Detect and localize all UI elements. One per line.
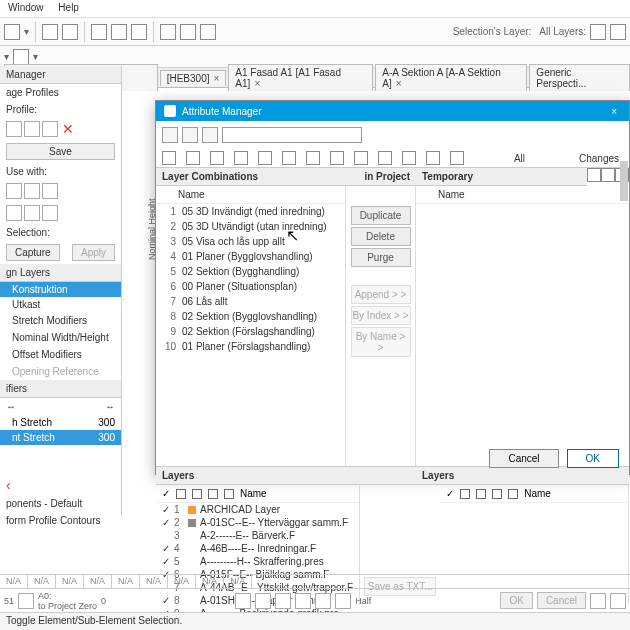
tool-icon[interactable]: [160, 24, 176, 40]
attr-icon[interactable]: [186, 151, 200, 165]
usewith-icon[interactable]: [24, 183, 40, 199]
attr-icon[interactable]: [234, 151, 248, 165]
layer-combination-row[interactable]: 802 Sektion (Bygglovshandling): [156, 309, 345, 324]
view-mode-icon[interactable]: [182, 127, 198, 143]
close-icon[interactable]: ✕: [62, 121, 74, 137]
eye-icon[interactable]: [460, 489, 470, 499]
search-input[interactable]: [222, 127, 362, 143]
close-icon[interactable]: ×: [607, 106, 621, 117]
attr-icon[interactable]: [306, 151, 320, 165]
layer-row[interactable]: 3A-2------E-- Bärverk.F: [156, 529, 359, 542]
tool-icon[interactable]: [180, 24, 196, 40]
tool-icon[interactable]: [275, 593, 291, 609]
tool-icon[interactable]: [18, 593, 34, 609]
attr-icon[interactable]: [378, 151, 392, 165]
tool-icon[interactable]: [235, 593, 251, 609]
purge-button[interactable]: Purge: [351, 248, 411, 267]
layer-row[interactable]: ✓1ARCHICAD Layer: [156, 503, 359, 516]
close-icon[interactable]: ×: [396, 78, 402, 89]
layer-combination-row[interactable]: 1001 Planer (Förslagshandling): [156, 339, 345, 354]
view-mode-icon[interactable]: [202, 127, 218, 143]
tab-view[interactable]: [HEB300]×: [160, 70, 227, 86]
capture-button[interactable]: Capture: [6, 244, 60, 261]
column-header-name[interactable]: Name: [524, 488, 551, 499]
print-icon[interactable]: [224, 489, 234, 499]
tab-view[interactable]: Generic Perspecti...: [529, 64, 630, 91]
column-header-name[interactable]: Name: [416, 186, 629, 204]
layer-combination-row[interactable]: 902 Sektion (Förslagshandling): [156, 324, 345, 339]
stretch-row-selected[interactable]: nt Stretch300: [0, 430, 121, 445]
layer-combination-row[interactable]: 105 3D Invändigt (med inredning): [156, 204, 345, 219]
view-mode-icon[interactable]: [162, 127, 178, 143]
usewith-icon[interactable]: [24, 205, 40, 221]
tree-item[interactable]: Nominal Width/Height: [0, 329, 121, 346]
layer-row[interactable]: ✓5A---------H-- Skraffering.pres: [156, 555, 359, 568]
tool-icon[interactable]: [42, 24, 58, 40]
delete-button[interactable]: Delete: [351, 227, 411, 246]
tab-view[interactable]: A1 Fasad A1 [A1 Fasad A1]×: [228, 64, 373, 91]
stretch-row[interactable]: h Stretch300: [0, 415, 121, 430]
attr-icon[interactable]: [402, 151, 416, 165]
lock-icon[interactable]: [192, 489, 202, 499]
ok-button[interactable]: OK: [567, 449, 619, 468]
tool-icon[interactable]: [200, 24, 216, 40]
layer-item[interactable]: Utkast: [0, 297, 121, 312]
tool-icon[interactable]: [335, 593, 351, 609]
usewith-icon[interactable]: [6, 183, 22, 199]
tool-icon[interactable]: [62, 24, 78, 40]
duplicate-button[interactable]: Duplicate: [351, 206, 411, 225]
scrollbar[interactable]: [620, 161, 628, 201]
column-header-name[interactable]: Name: [156, 186, 345, 204]
print-icon[interactable]: [508, 489, 518, 499]
layer-row[interactable]: ✓2A-01SC--E-- Ytterväggar samm.F: [156, 516, 359, 529]
cancel-button[interactable]: Cancel: [489, 449, 558, 468]
layer-combination-row[interactable]: 600 Planer (Situationsplan): [156, 279, 345, 294]
attr-icon[interactable]: [162, 151, 176, 165]
save-button[interactable]: Save: [6, 143, 115, 160]
tool-icon[interactable]: [131, 24, 147, 40]
usewith-icon[interactable]: [42, 205, 58, 221]
filter-changes[interactable]: Changes: [579, 153, 619, 164]
btn-icon[interactable]: [587, 168, 601, 182]
layer-combination-row[interactable]: 401 Planer (Bygglovshandling): [156, 249, 345, 264]
profile-icon[interactable]: [42, 121, 58, 137]
wire-icon[interactable]: [492, 489, 502, 499]
layer-item-selected[interactable]: Konstruktion: [0, 282, 121, 297]
attr-icon[interactable]: [330, 151, 344, 165]
tab-view[interactable]: A-A Sektion A [A-A Sektion A]×: [375, 64, 527, 91]
profile-icon[interactable]: [24, 121, 40, 137]
layer-combination-row[interactable]: 706 Lås allt: [156, 294, 345, 309]
close-icon[interactable]: ×: [254, 78, 260, 89]
attr-icon[interactable]: [282, 151, 296, 165]
layer-combination-row[interactable]: 502 Sektion (Bygghandling): [156, 264, 345, 279]
menu-help[interactable]: Help: [58, 2, 79, 13]
filter-all[interactable]: All: [514, 153, 525, 164]
tree-item[interactable]: Offset Modifiers: [0, 346, 121, 363]
tool-icon[interactable]: [590, 593, 606, 609]
wire-icon[interactable]: [208, 489, 218, 499]
tool-icon[interactable]: [255, 593, 271, 609]
tool-icon[interactable]: [295, 593, 311, 609]
profile-icon[interactable]: [6, 121, 22, 137]
tool-icon[interactable]: [610, 593, 626, 609]
close-icon[interactable]: ×: [214, 73, 220, 84]
tool-icon[interactable]: [91, 24, 107, 40]
attr-icon[interactable]: [450, 151, 464, 165]
attr-icon[interactable]: [210, 151, 224, 165]
tool-icon[interactable]: [111, 24, 127, 40]
attr-icon[interactable]: [354, 151, 368, 165]
btn-icon[interactable]: [601, 168, 615, 182]
column-header-name[interactable]: Name: [240, 488, 267, 499]
usewith-icon[interactable]: [6, 205, 22, 221]
tool-icon[interactable]: [610, 24, 626, 40]
layer-row[interactable]: ✓4A-46B----E-- Inredningar.F: [156, 542, 359, 555]
lock-icon[interactable]: [476, 489, 486, 499]
attr-icon[interactable]: [426, 151, 440, 165]
arrow-tool-icon[interactable]: [13, 49, 29, 65]
tool-icon[interactable]: [4, 24, 20, 40]
layer-combination-row[interactable]: 205 3D Utvändigt (utan inredning): [156, 219, 345, 234]
tool-icon[interactable]: [315, 593, 331, 609]
layer-combination-row[interactable]: 305 Visa och lås upp allt: [156, 234, 345, 249]
tree-item[interactable]: Stretch Modifiers: [0, 312, 121, 329]
menu-window[interactable]: Window: [8, 2, 44, 13]
